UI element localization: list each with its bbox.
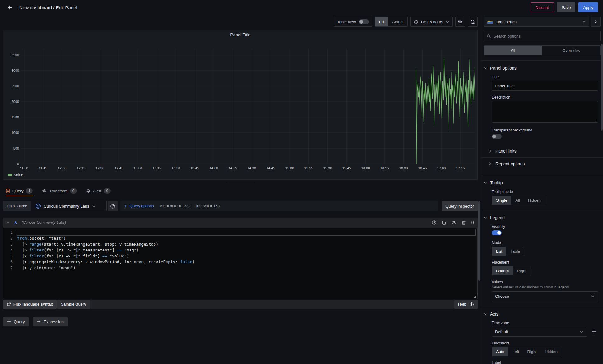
line-number: 4	[3, 247, 17, 253]
query-options-toggle[interactable]: Query options	[124, 204, 154, 208]
apply-button[interactable]: Apply	[578, 2, 598, 12]
code-line[interactable]: 5 |> filter(fn: (r) => r["_field"] == "v…	[3, 253, 477, 259]
chevron-down-icon[interactable]	[6, 221, 10, 224]
timezone-select[interactable]: Default	[492, 327, 587, 337]
discard-button[interactable]: Discard	[531, 2, 554, 12]
svg-text:0: 0	[17, 162, 19, 166]
options-search[interactable]	[484, 31, 601, 41]
query-help-icon[interactable]	[432, 220, 437, 225]
refresh-button[interactable]	[468, 17, 478, 27]
tooltip-mode-hidden[interactable]: Hidden	[524, 196, 545, 205]
svg-text:12:45: 12:45	[115, 166, 123, 170]
remove-query-icon[interactable]	[462, 220, 466, 225]
time-range-picker[interactable]: Last 6 hours	[410, 17, 453, 27]
legend-values-description: Select values or calculations to show in…	[492, 285, 598, 289]
sidebar-scrollbar[interactable]	[601, 44, 603, 131]
flux-code-editor[interactable]: 12from(bucket: "test")3 |> range(start: …	[3, 228, 478, 299]
duplicate-query-icon[interactable]	[442, 220, 446, 225]
svg-text:13:45: 13:45	[191, 166, 199, 170]
panel-title-input[interactable]	[492, 81, 598, 91]
legend-header[interactable]: Legend	[481, 214, 603, 221]
code-line[interactable]: 3 |> range(start: v.timeRangeStart, stop…	[3, 241, 477, 247]
tab-query[interactable]: Query 1	[6, 188, 33, 196]
panel-resize-handle[interactable]	[0, 180, 481, 184]
zoom-out-button[interactable]	[455, 17, 465, 27]
editor-resize-handle[interactable]	[474, 295, 477, 298]
datasource-help-button[interactable]	[108, 201, 118, 211]
axis-placement-hidden[interactable]: Hidden	[541, 347, 562, 356]
axis-header[interactable]: Axis	[481, 310, 603, 318]
svg-text:14:00: 14:00	[210, 166, 218, 170]
tab-transform[interactable]: Transform 0	[42, 188, 77, 196]
actual-option[interactable]: Actual	[388, 17, 407, 26]
table-view-toggle-group[interactable]: Table view	[334, 17, 372, 27]
axis-placement-right[interactable]: Right	[523, 347, 540, 356]
flux-syntax-button[interactable]: Flux language syntax	[3, 300, 57, 309]
legend-mode-list[interactable]: List	[492, 247, 506, 256]
query-ref-id[interactable]: A	[14, 220, 17, 225]
time-series-chart[interactable]: 050010001500200025003000350011:3011:4512…	[4, 37, 477, 172]
visualization-picker[interactable]: Time series	[484, 17, 589, 27]
content-scrollbar[interactable]	[478, 201, 480, 281]
transparent-bg-label: Transparent background	[492, 128, 598, 132]
transparent-bg-toggle[interactable]	[492, 134, 502, 139]
tab-alert[interactable]: Alert 0	[86, 188, 111, 196]
svg-text:1500: 1500	[12, 115, 19, 119]
plus-icon	[7, 320, 11, 324]
legend-placement-bottom[interactable]: Bottom	[492, 266, 513, 275]
add-timezone-button[interactable]	[590, 328, 598, 336]
code-line[interactable]: 7 |> yield(name: "mean")	[3, 265, 477, 271]
legend-visibility-toggle[interactable]	[492, 230, 502, 235]
query-inspector-button[interactable]: Query inspector	[442, 201, 478, 211]
help-button[interactable]: Help	[454, 300, 478, 309]
tooltip-mode-all[interactable]: All	[511, 196, 524, 205]
hide-response-icon[interactable]	[451, 220, 457, 225]
edit-tabs: Query 1 Transform 0 Alert 0	[0, 184, 481, 196]
svg-text:16:15: 16:15	[380, 166, 389, 170]
axis-label-label: Label	[492, 361, 598, 364]
tooltip-mode-single[interactable]: Single	[492, 196, 511, 205]
query-options-bar: Query options MD = auto = 1332 Interval …	[120, 201, 438, 211]
axis-placement-auto[interactable]: Auto	[492, 347, 508, 356]
panel-links-section[interactable]: Panel links	[481, 145, 603, 157]
table-view-toggle[interactable]	[359, 19, 369, 24]
legend-mode-table[interactable]: Table	[506, 247, 524, 256]
svg-text:14:30: 14:30	[248, 166, 256, 170]
panel-description-input[interactable]	[492, 101, 598, 123]
code-line[interactable]: 1	[3, 229, 477, 235]
fill-option[interactable]: Fill	[375, 17, 388, 26]
repeat-options-section[interactable]: Repeat options	[481, 157, 603, 170]
panel-options-header[interactable]: Panel options	[481, 64, 603, 72]
tab-overrides[interactable]: Overrides	[542, 46, 600, 55]
options-search-input[interactable]	[494, 34, 597, 39]
back-button[interactable]	[5, 2, 15, 12]
add-expression-button[interactable]: Expression	[33, 317, 67, 326]
code-line[interactable]: 4 |> filter(fn: (r) => r["_measurement"]…	[3, 247, 477, 253]
collapse-sidebar-button[interactable]	[591, 17, 601, 27]
footer-spacer	[90, 300, 454, 309]
legend-values-select[interactable]: Choose	[492, 291, 598, 301]
tab-all-options[interactable]: All	[484, 46, 542, 55]
query-datasource-note: (Curious Community Labs)	[21, 220, 427, 225]
edit-area: Table view Fill Actual Last 6 hours Pane…	[0, 15, 481, 364]
chevron-down-icon	[484, 312, 487, 316]
options-filter-tabs: All Overrides	[484, 45, 601, 55]
legend-placement-right[interactable]: Right	[513, 266, 530, 275]
svg-text:16:30: 16:30	[399, 166, 408, 170]
datasource-picker[interactable]: Curious Community Labs	[32, 201, 107, 211]
svg-text:12:00: 12:00	[58, 166, 67, 170]
tab-query-label: Query	[12, 189, 23, 193]
code-line[interactable]: 6 |> aggregateWindow(every: v.windowPeri…	[3, 259, 477, 265]
add-query-button[interactable]: Query	[3, 317, 29, 326]
tooltip-header[interactable]: Tooltip	[481, 179, 603, 187]
textarea-resize-handle[interactable]	[594, 119, 597, 122]
save-button[interactable]: Save	[557, 2, 576, 12]
axis-placement-left[interactable]: Left	[508, 347, 523, 356]
indent-guide	[26, 241, 26, 271]
drag-handle-icon[interactable]	[471, 220, 475, 225]
svg-text:2000: 2000	[12, 100, 19, 104]
code-line[interactable]: 2from(bucket: "test")	[3, 235, 477, 241]
sample-query-button[interactable]: Sample Query	[57, 300, 90, 309]
legend-item-value[interactable]: value	[8, 173, 23, 177]
svg-text:15:30: 15:30	[323, 166, 332, 170]
